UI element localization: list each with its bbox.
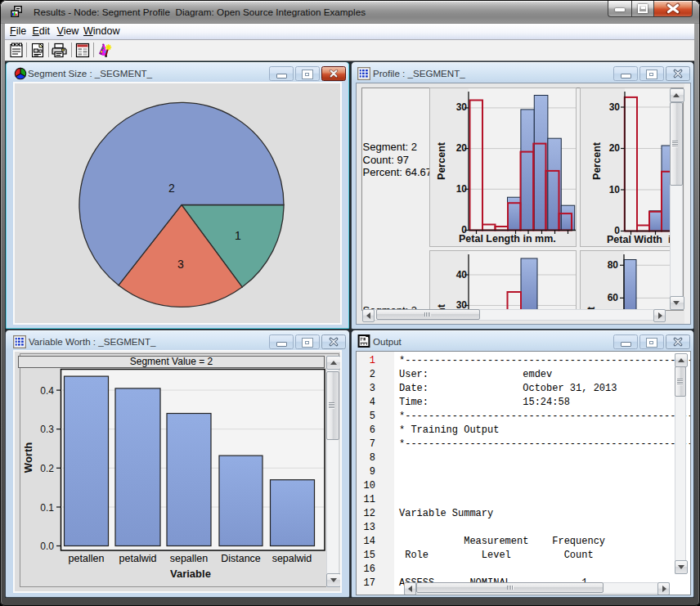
svg-text:2: 2 bbox=[168, 182, 175, 195]
svg-text:3: 3 bbox=[177, 258, 184, 271]
svg-text:1: 1 bbox=[235, 229, 241, 242]
